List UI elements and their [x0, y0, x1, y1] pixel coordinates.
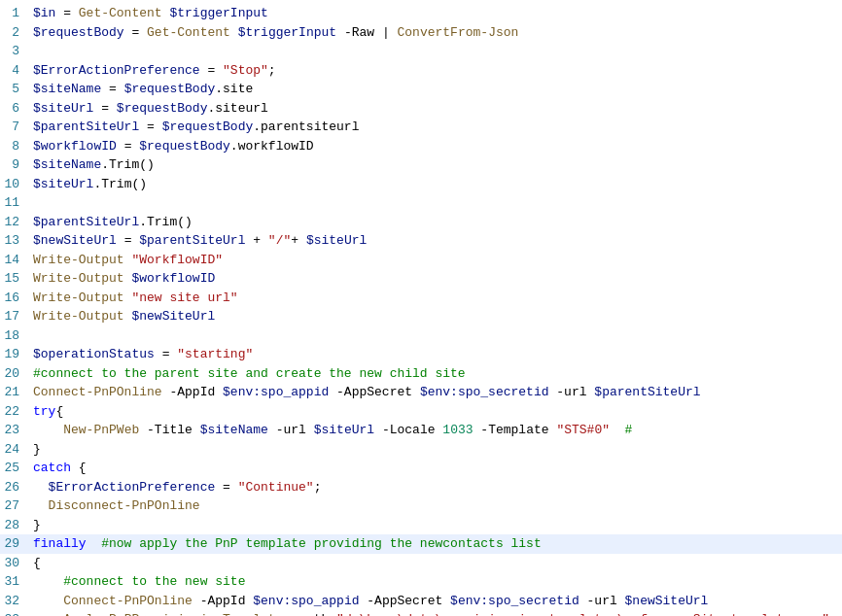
code-line: 7$parentSiteUrl = $requestBody.parentsit…	[0, 118, 842, 137]
code-line: 5$siteName = $requestBody.site	[0, 80, 842, 99]
line-content: $parentSiteUrl.Trim()	[29, 213, 842, 232]
plain-token	[33, 612, 63, 616]
code-editor: 1$in = Get-Content $triggerInput2$reques…	[0, 0, 842, 616]
line-content: $siteUrl.Trim()	[29, 175, 842, 194]
string-token: "WorkflowID"	[131, 253, 223, 267]
line-number: 15	[0, 269, 29, 289]
variable-token: $siteName	[33, 157, 101, 172]
variable-token: $newSiteUrl	[131, 309, 215, 324]
keyword-token: finally	[33, 536, 87, 551]
code-line: 3	[0, 42, 842, 61]
string-token: "/"	[268, 233, 291, 248]
line-number: 29	[0, 534, 29, 554]
line-number: 23	[0, 421, 29, 440]
code-line: 13$newSiteUrl = $parentSiteUrl + "/"+ $s…	[0, 231, 842, 251]
variable-token: $siteUrl	[306, 233, 367, 248]
code-line: 25catch {	[0, 459, 842, 478]
variable-token: $workflowID	[131, 271, 215, 286]
line-content: Disconnect-PnPOnline	[29, 496, 842, 516]
variable-token: $requestBody	[139, 139, 230, 154]
code-line: 17Write-Output $newSiteUrl	[0, 307, 842, 326]
variable-token: $siteName	[33, 82, 101, 96]
plain-token: .siteurl	[207, 101, 267, 116]
comment-token: #connect to the new site	[63, 574, 245, 589]
line-number: 20	[0, 364, 29, 384]
cmdlet-token: Connect-PnPOnline	[33, 385, 162, 399]
line-number: 9	[0, 155, 29, 175]
line-number: 17	[0, 307, 29, 326]
cmdlet-token: Get-Content	[79, 6, 162, 20]
line-number: 13	[0, 231, 29, 251]
plain-token: =	[55, 6, 78, 20]
code-line: 1$in = Get-Content $triggerInput	[0, 4, 842, 23]
line-number: 3	[0, 42, 29, 61]
line-number: 2	[0, 23, 29, 43]
plain-token: .Trim()	[93, 177, 147, 191]
line-number: 6	[0, 99, 29, 119]
plain-token: =	[124, 25, 147, 40]
line-number: 33	[0, 610, 29, 616]
code-line: 15Write-Output $workflowID	[0, 269, 842, 289]
plain-token: =	[200, 63, 223, 78]
plain-token: =	[139, 120, 161, 134]
line-number: 5	[0, 80, 29, 99]
line-content	[29, 193, 842, 213]
line-number: 7	[0, 118, 29, 137]
plain-token	[33, 423, 63, 437]
plain-token: +	[245, 233, 267, 248]
line-content: Connect-PnPOnline -AppId $env:spo_appid …	[29, 383, 842, 402]
number-token: 1033	[442, 423, 473, 437]
code-line: 23 New-PnPWeb -Title $siteName -url $sit…	[0, 421, 842, 440]
variable-token: $requestBody	[162, 120, 254, 134]
plain-token: {	[55, 404, 63, 419]
code-line: 8$workflowID = $requestBody.workflowID	[0, 137, 842, 156]
keyword-token: try	[33, 404, 55, 419]
variable-token: $siteName	[200, 423, 268, 437]
keyword-token: catch	[33, 461, 71, 475]
cmdlet-token: Write-Output	[33, 309, 124, 324]
cmdlet-token: Apply-PnPProvisioningTemplate	[63, 612, 283, 616]
line-content: #connect to the parent site and create t…	[29, 364, 842, 384]
variable-token: $parentSiteUrl	[33, 120, 139, 134]
plain-token: =	[215, 480, 237, 495]
variable-token: $parentSiteUrl	[33, 215, 139, 229]
variable-token: $parentSiteUrl	[594, 385, 700, 399]
code-line: 30{	[0, 554, 842, 573]
code-line: 14Write-Output "WorkflowID"	[0, 251, 842, 270]
plain-token: }	[33, 518, 41, 532]
variable-token: $env:spo_secretid	[420, 385, 549, 399]
plain-token: -Raw |	[336, 25, 397, 40]
line-content: $siteName = $requestBody.site	[29, 80, 842, 99]
plain-token: }	[33, 442, 41, 457]
code-line: 28}	[0, 516, 842, 535]
plain-token: .parentsiteurl	[253, 120, 359, 134]
plain-token	[87, 536, 102, 551]
plain-token: =	[117, 233, 139, 248]
code-line: 6$siteUrl = $requestBody.siteurl	[0, 99, 842, 119]
line-content: }	[29, 516, 842, 535]
plain-token: =	[93, 101, 116, 116]
plain-token	[33, 480, 49, 495]
line-content: $siteName.Trim()	[29, 155, 842, 175]
cmdlet-token: New-PnPWeb	[63, 423, 139, 437]
line-number: 26	[0, 478, 29, 497]
plain-token: -url	[579, 594, 625, 608]
line-number: 21	[0, 383, 29, 402]
variable-token: $ErrorActionPreference	[49, 480, 216, 495]
line-number: 30	[0, 554, 29, 573]
variable-token: $siteUrl	[33, 101, 93, 116]
code-line: 19$operationStatus = "starting"	[0, 345, 842, 364]
string-token: "Stop"	[223, 63, 268, 78]
code-line: 4$ErrorActionPreference = "Stop";	[0, 61, 842, 81]
plain-token: -AppSecret	[359, 594, 450, 608]
plain-token	[33, 498, 49, 513]
code-line: 21Connect-PnPOnline -AppId $env:spo_appi…	[0, 383, 842, 402]
cmdlet-token: Get-Content	[147, 25, 230, 40]
line-content	[29, 42, 842, 61]
line-number: 14	[0, 251, 29, 270]
variable-token: $parentSiteUrl	[139, 233, 245, 248]
line-content: $ErrorActionPreference = "Stop";	[29, 61, 842, 81]
plain-token: -AppId	[193, 594, 253, 608]
variable-token: $in	[33, 6, 55, 20]
plain-token: -Title	[139, 423, 199, 437]
